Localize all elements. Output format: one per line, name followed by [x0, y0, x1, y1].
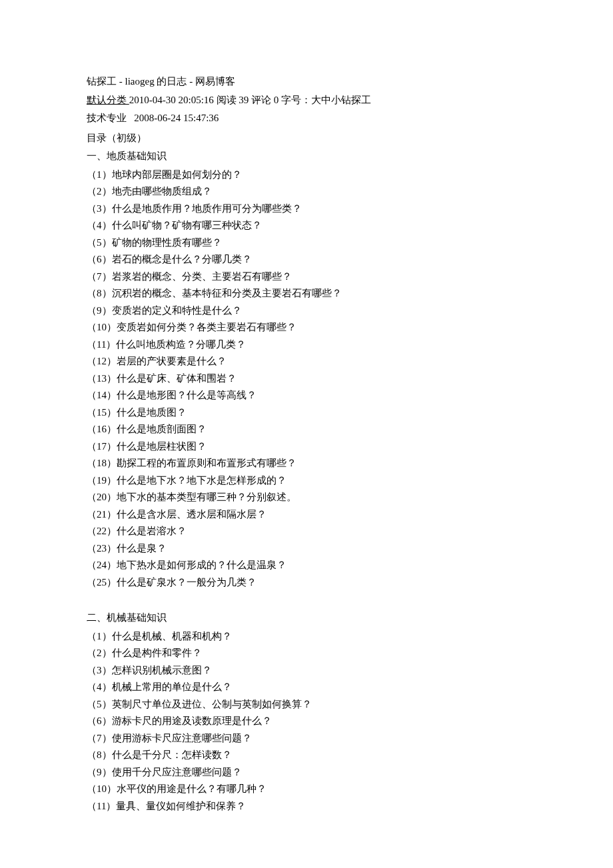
section2-item: （2）什么是构件和零件？ — [87, 645, 526, 662]
section1-item: （11）什么叫地质构造？分哪几类？ — [87, 336, 526, 354]
comment-label: 评论 — [251, 95, 274, 105]
section1-item: （5）矿物的物理性质有哪些？ — [87, 234, 526, 252]
section2-item: （9）使用千分尺应注意哪些问题？ — [87, 764, 526, 781]
topic-text: 钻探工 — [341, 95, 371, 105]
section1-item: （24）地下热水是如何形成的？什么是温泉？ — [87, 557, 526, 574]
category-link[interactable]: 默认分类 — [87, 95, 129, 105]
section1-item: （4）什么叫矿物？矿物有哪三种状态？ — [87, 217, 526, 234]
section1-item: （10）变质岩如何分类？各类主要岩石有哪些？ — [87, 319, 526, 336]
section2-item: （1）什么是机械、机器和机构？ — [87, 628, 526, 646]
section1-item: （15）什么是地质图？ — [87, 404, 526, 422]
section1-item: （1）地球内部层圈是如何划分的？ — [87, 167, 526, 184]
section1-item: （22）什么是岩溶水？ — [87, 523, 526, 540]
section1-item: （21）什么是含水层、透水层和隔水层？ — [87, 506, 526, 524]
section2-item: （5）英制尺寸单位及进位、公制与英制如何换算？ — [87, 696, 526, 713]
section1-item: （14）什么是地形图？什么是等高线？ — [87, 387, 526, 404]
section1-item: （16）什么是地质剖面图？ — [87, 421, 526, 438]
section1-item: （20）地下水的基本类型有哪三种？分别叙述。 — [87, 489, 526, 506]
section1-item: （19）什么是地下水？地下水是怎样形成的？ — [87, 472, 526, 490]
section1-item: （23）什么是泉？ — [87, 540, 526, 558]
font-label: 字号： — [281, 95, 311, 105]
section2-item: （11）量具、量仪如何维护和保养？ — [87, 798, 526, 815]
read-count: 39 — [239, 95, 251, 105]
section2-item: （10）水平仪的用途是什么？有哪几种？ — [87, 781, 526, 798]
section1-item: （2）地壳由哪些物质组成？ — [87, 183, 526, 201]
section1-item: （18）勘探工程的布置原则和布置形式有哪些？ — [87, 455, 526, 472]
page-title: 钻探工 - liaogeg 的日志 - 网易博客 — [87, 73, 526, 91]
section1-item: （17）什么是地层柱状图？ — [87, 438, 526, 456]
section1-item: （8）沉积岩的概念、基本特征和分类及主要岩石有哪些？ — [87, 285, 526, 302]
section1-item: （12）岩层的产状要素是什么？ — [87, 353, 526, 370]
tech-datetime: 2008-06-24 15:47:36 — [134, 113, 219, 123]
section1-item: （13）什么是矿床、矿体和围岩？ — [87, 370, 526, 388]
toc-title: 目录（初级） — [87, 130, 526, 147]
section2-item: （8）什么是千分尺：怎样读数？ — [87, 747, 526, 764]
tech-line: 技术专业 2008-06-24 15:47:36 — [87, 110, 526, 127]
section1-item: （3）什么是地质作用？地质作用可分为哪些类？ — [87, 201, 526, 218]
section2-item: （7）使用游标卡尺应注意哪些问题？ — [87, 730, 526, 747]
meta-line: 默认分类 2010-04-30 20:05:16 阅读 39 评论 0 字号：大… — [87, 92, 526, 109]
section1-item: （6）岩石的概念是什么？分哪几类？ — [87, 251, 526, 268]
section2-item: （4）机械上常用的单位是什么？ — [87, 679, 526, 696]
tech-label: 技术专业 — [87, 113, 127, 123]
section1-item: （7）岩浆岩的概念、分类、主要岩石有哪些？ — [87, 268, 526, 286]
section1-item: （25）什么是矿泉水？一般分为几类？ — [87, 574, 526, 592]
section2-item: （3）怎样识别机械示意图？ — [87, 662, 526, 679]
post-datetime: 2010-04-30 20:05:16 — [129, 95, 217, 105]
read-label: 阅读 — [217, 95, 239, 105]
section1-item: （9）变质岩的定义和特性是什么？ — [87, 302, 526, 320]
section2-item: （6）游标卡尺的用途及读数原理是什么？ — [87, 713, 526, 730]
section1-title: 一、地质基础知识 — [87, 148, 526, 165]
comment-count: 0 — [274, 95, 281, 105]
font-sizes[interactable]: 大中小 — [311, 95, 341, 105]
section2-title: 二、机械基础知识 — [87, 610, 526, 627]
